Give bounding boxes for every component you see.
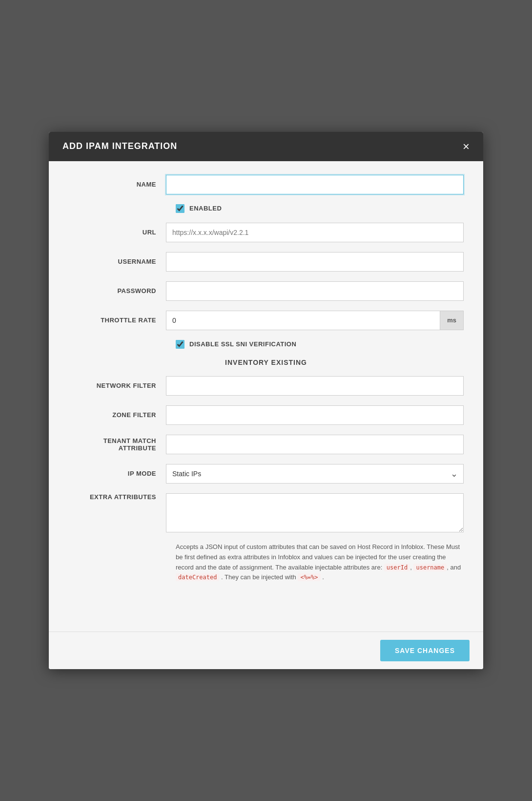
zone-filter-row: ZONE FILTER [68, 405, 464, 425]
modal-footer: SAVE CHANGES [49, 632, 483, 669]
zone-filter-label: ZONE FILTER [68, 411, 166, 419]
section-title: INVENTORY EXISTING [68, 358, 464, 366]
modal-title: ADD IPAM INTEGRATION [62, 141, 177, 151]
extra-attr-row: EXTRA ATTRIBUTES [68, 493, 464, 532]
ssl-checkbox[interactable] [176, 340, 184, 349]
throttle-label: THROTTLE RATE [68, 316, 166, 324]
throttle-wrapper: ms [166, 311, 464, 330]
network-filter-row: NETWORK FILTER [68, 376, 464, 396]
enabled-checkbox[interactable] [176, 204, 184, 213]
extra-attr-label: EXTRA ATTRIBUTES [68, 493, 166, 501]
help-text-4: . They can be injected with [219, 573, 298, 581]
network-filter-input[interactable] [166, 376, 464, 396]
username-label: USERNAME [68, 258, 166, 265]
help-text: Accepts a JSON input of custom attribute… [68, 542, 464, 583]
tenant-match-input[interactable] [166, 435, 464, 454]
password-input[interactable] [166, 281, 464, 301]
password-row: PASSWORD [68, 281, 464, 301]
username-row: USERNAME [68, 252, 464, 272]
tenant-match-label: TENANT MATCH ATTRIBUTE [68, 437, 166, 452]
datecreated-code: dateCreated [176, 573, 219, 581]
url-row: URL [68, 223, 464, 242]
ip-mode-label: IP MODE [68, 470, 166, 477]
modal-header: ADD IPAM INTEGRATION × [49, 132, 483, 161]
url-label: URL [68, 229, 166, 236]
network-filter-label: NETWORK FILTER [68, 382, 166, 389]
ssl-row: DISABLE SSL SNI VERIFICATION [68, 340, 464, 349]
help-text-3: , and [447, 564, 461, 571]
throttle-input[interactable] [166, 311, 440, 330]
zone-filter-input[interactable] [166, 405, 464, 425]
throttle-row: THROTTLE RATE ms [68, 311, 464, 330]
name-input[interactable] [166, 175, 464, 194]
name-row: NAME [68, 175, 464, 194]
ip-mode-row: IP MODE Static IPs Dynamic IPs ⌄ [68, 464, 464, 484]
enabled-row: ENABLED [68, 204, 464, 213]
help-text-5: . [321, 573, 324, 581]
modal-body: NAME ENABLED URL USERNAME PASSWORD THROT… [49, 161, 483, 632]
userid-code: userId [384, 564, 410, 571]
ip-mode-select[interactable]: Static IPs Dynamic IPs [166, 464, 464, 484]
throttle-suffix: ms [440, 311, 464, 330]
password-label: PASSWORD [68, 287, 166, 295]
ip-mode-wrapper: Static IPs Dynamic IPs ⌄ [166, 464, 464, 484]
username-input[interactable] [166, 252, 464, 272]
name-label: NAME [68, 181, 166, 188]
extra-attr-input[interactable] [166, 493, 464, 532]
close-button[interactable]: × [463, 141, 470, 152]
save-changes-button[interactable]: SAVE CHANGES [380, 640, 470, 661]
inject-syntax-code: <%=%> [298, 573, 320, 581]
ipam-integration-modal: ADD IPAM INTEGRATION × NAME ENABLED URL … [49, 132, 483, 669]
url-input[interactable] [166, 223, 464, 242]
enabled-label: ENABLED [189, 205, 222, 212]
tenant-match-row: TENANT MATCH ATTRIBUTE [68, 435, 464, 454]
username-code: username [413, 564, 447, 571]
ssl-label: DISABLE SSL SNI VERIFICATION [189, 340, 296, 348]
